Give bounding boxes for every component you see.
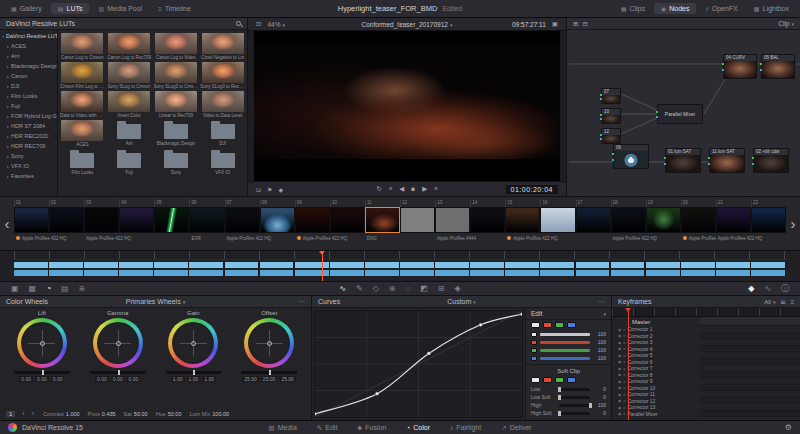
soft-clip-chip-r[interactable] <box>543 377 552 383</box>
track-enable-icon[interactable]: ● <box>623 359 625 364</box>
node-04[interactable]: 04 CURV <box>723 54 757 79</box>
timeline-clip-13[interactable] <box>435 207 470 233</box>
settings-gear-icon[interactable]: ⚙ <box>785 423 792 432</box>
track-enable-icon[interactable]: ● <box>623 392 625 397</box>
keyframe-diamond-icon[interactable]: ◆ <box>618 398 621 403</box>
lut-item-sony-slog-to-cineon[interactable]: Sony SLog to Cineon <box>106 61 153 90</box>
lut-item-canon-log-to-rec709[interactable]: Canon Log to Rec709 <box>106 32 153 61</box>
panel-tab-openfx[interactable]: ƒOpenFX <box>698 3 744 14</box>
timeline-clip-16[interactable] <box>540 207 575 233</box>
timeline-scroll-left[interactable]: ‹ <box>0 197 14 250</box>
keyframe-diamond-icon[interactable]: ◆ <box>618 411 621 416</box>
keyframes-filter-select[interactable]: All▾ <box>764 299 775 305</box>
curve-channel-r[interactable]: 100 <box>526 338 611 346</box>
track-enable-icon[interactable]: ● <box>623 346 625 351</box>
lut-tree-arri[interactable]: ▸Arri <box>0 51 57 61</box>
keyframe-diamond-icon[interactable]: ◆ <box>618 385 621 390</box>
panel-tab-nodes[interactable]: ◉Nodes <box>654 3 696 14</box>
curves-options-icon[interactable]: ⋯ <box>598 298 605 306</box>
keyframe-diamond-icon[interactable]: ◆ <box>618 392 621 397</box>
keyframe-diamond-icon[interactable]: ◆ <box>618 346 621 351</box>
lut-item-canon-log-to-video[interactable]: Canon Log to Video <box>153 32 200 61</box>
timeline-clip-06[interactable] <box>189 207 224 233</box>
track-enable-icon[interactable]: ● <box>623 398 625 403</box>
lut-item-video-to-data-level[interactable]: Video to Data Level <box>199 90 246 119</box>
info-icon[interactable]: ⓘ <box>776 282 794 296</box>
node-10[interactable]: 10 <box>601 108 621 124</box>
grab-still-icon[interactable]: ⊡ <box>256 186 261 193</box>
curve-channel-y[interactable]: 100 <box>526 330 611 338</box>
lut-subfolder-sony[interactable]: Sony <box>153 148 200 176</box>
qualifier-icon[interactable]: ✎ <box>351 282 368 296</box>
single-clip-icon[interactable]: ⊡ <box>256 20 261 28</box>
wheel-lift[interactable]: Lift 0.000.000.00 <box>4 309 80 410</box>
page-fusion[interactable]: ◈Fusion <box>357 424 386 432</box>
lut-subfolder-vfx-io[interactable]: VFX IO <box>199 148 246 176</box>
track-enable-icon[interactable]: ● <box>623 333 625 338</box>
node-01[interactable]: 01 lum SAT <box>665 148 701 173</box>
previous-clip-icon[interactable]: « <box>389 185 393 193</box>
gain-color-ring[interactable] <box>168 318 218 368</box>
keyframe-grid-icon[interactable]: ⊞ <box>780 298 785 305</box>
lut-tree-davinci-resolve-luts[interactable]: ▾DaVinci Resolve LUTs <box>0 31 57 41</box>
lut-tree-sony[interactable]: ▸Sony <box>0 151 57 161</box>
timeline-clip-09[interactable] <box>295 207 330 233</box>
soft-clip-high[interactable]: High100 <box>526 401 611 409</box>
page-edit[interactable]: ✎Edit <box>317 424 338 432</box>
keyframe-diamond-icon[interactable]: ◆ <box>618 353 621 358</box>
channel-chip-b[interactable] <box>567 322 576 328</box>
panel-tab-luts[interactable]: ▤LUTs <box>51 3 90 14</box>
keyframe-lane[interactable] <box>700 411 800 418</box>
adjust-hue[interactable]: Hue50.00 <box>156 411 182 417</box>
keyframe-playhead[interactable] <box>628 308 629 420</box>
node-11[interactable]: 11 lum SAT <box>709 148 745 173</box>
motion-effects-icon[interactable]: ≋ <box>74 284 91 293</box>
lift-master-slider[interactable] <box>14 371 70 374</box>
lut-tree-aces[interactable]: ▸ACES <box>0 41 57 51</box>
stop-icon[interactable]: ■ <box>411 185 415 193</box>
timeline-clip-05[interactable] <box>154 207 189 233</box>
lut-item-cineon-film-log-to-lin[interactable]: Cineon Film Log to Lin <box>59 61 106 90</box>
curve-control-point[interactable] <box>375 392 378 395</box>
timeline-ruler[interactable] <box>14 251 786 260</box>
lut-item-linear-to-rec709[interactable]: Linear to Rec709 <box>153 90 200 119</box>
node-zoom-out-icon[interactable]: ⊟ <box>582 20 587 28</box>
wheels-mode-select[interactable]: Primaries Wheels▾ <box>126 298 185 305</box>
curve-control-point[interactable] <box>315 412 317 415</box>
panel-tab-lightbox[interactable]: ▩Lightbox <box>747 3 796 14</box>
node-06[interactable]: 06 <box>613 144 649 169</box>
soft-clip-chip-g[interactable] <box>555 377 564 383</box>
loop-icon[interactable]: ↻ <box>376 185 381 193</box>
node-05[interactable]: 05 BAL <box>761 54 795 79</box>
expand-viewer-icon[interactable]: ▣ <box>552 20 558 28</box>
wheel-page-badge[interactable]: 1 <box>6 411 15 417</box>
node-parallel-mixer[interactable]: Parallel Mixer <box>657 104 703 124</box>
wheel-page-next-icon[interactable]: › <box>32 410 34 417</box>
channel-chip-y[interactable] <box>531 322 540 328</box>
panel-tab-media-pool[interactable]: ▥Media Pool <box>91 3 149 14</box>
keyframe-diamond-icon[interactable]: ◆ <box>618 405 621 410</box>
lut-tree-hdr-rec2020[interactable]: ▸HDR REC2020 <box>0 131 57 141</box>
track-enable-icon[interactable]: ● <box>623 385 625 390</box>
timeline-clip-17[interactable] <box>576 207 611 233</box>
lut-item-invert-color[interactable]: Invert Color <box>106 90 153 119</box>
lut-tree-fuji[interactable]: ▸Fuji <box>0 101 57 111</box>
node-zoom-in-icon[interactable]: ⊞ <box>573 20 578 28</box>
audio-track-bar[interactable] <box>14 270 786 276</box>
timeline-clip-15[interactable] <box>505 207 540 233</box>
wheel-gain[interactable]: Gain 1.001.001.00 <box>156 309 232 410</box>
timeline-clip-19[interactable] <box>646 207 681 233</box>
marker-icon[interactable]: ◆ <box>278 186 283 193</box>
search-icon[interactable] <box>236 21 241 26</box>
lut-item-canon-log-to-cineon[interactable]: Canon Log to Cineon <box>59 32 106 61</box>
keyframe-sort-icon[interactable]: ≡ <box>790 299 794 305</box>
timeline-clip-04[interactable] <box>119 207 154 233</box>
lut-item-data-to-video-with-clip[interactable]: Data to Video with Clip <box>59 90 106 119</box>
lut-tree-film-looks[interactable]: ▸Film Looks <box>0 91 57 101</box>
node-02[interactable]: 02 +blr cdw <box>753 148 789 173</box>
viewer-zoom-select[interactable]: 44%▾ <box>267 21 285 28</box>
playhead[interactable] <box>322 251 323 281</box>
lut-subfolder-arri[interactable]: Arri <box>106 119 153 148</box>
lift-color-ring[interactable] <box>17 318 67 368</box>
adjust-lum-mix[interactable]: Lum Mix100.00 <box>189 411 229 417</box>
